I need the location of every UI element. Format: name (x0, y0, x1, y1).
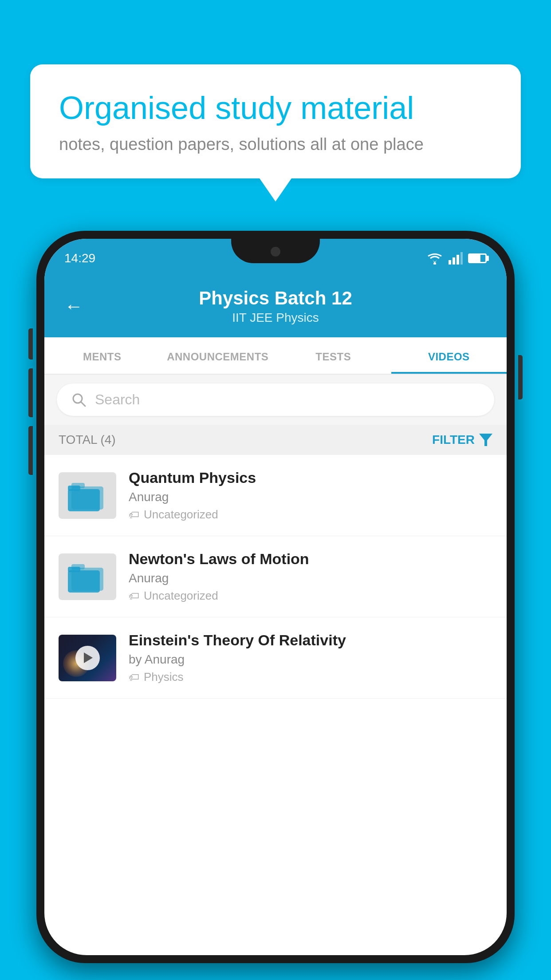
header-title-block: Physics Batch 12 IIT JEE Physics (96, 288, 455, 325)
status-bar: 14:29 (44, 239, 507, 278)
search-input-wrapper[interactable]: Search (57, 383, 494, 416)
folder-icon (68, 559, 107, 594)
battery-icon (468, 253, 487, 263)
video-thumbnail-3 (59, 635, 116, 681)
search-container: Search (44, 375, 507, 425)
camera (271, 247, 280, 257)
svg-rect-2 (453, 257, 455, 265)
svg-marker-7 (479, 434, 492, 446)
search-icon (71, 392, 87, 408)
phone-power-button (518, 355, 523, 399)
video-author: Anurag (129, 571, 492, 585)
video-title: Newton's Laws of Motion (129, 550, 492, 568)
svg-rect-10 (68, 489, 100, 511)
phone-screen: 14:29 (44, 239, 507, 955)
video-thumbnail-2 (59, 553, 116, 600)
video-tag: 🏷 Uncategorized (129, 508, 492, 522)
svg-point-0 (433, 262, 436, 265)
video-info-2: Newton's Laws of Motion Anurag 🏷 Uncateg… (129, 550, 492, 603)
tab-ments[interactable]: MENTS (44, 337, 160, 374)
tab-announcements[interactable]: ANNOUNCEMENTS (160, 337, 276, 374)
phone-outer: 14:29 (36, 231, 515, 963)
wifi-icon (426, 252, 443, 265)
total-count: TOTAL (4) (59, 433, 116, 447)
tab-videos[interactable]: VIDEOS (391, 337, 507, 374)
phone-side-button-1 (28, 328, 33, 360)
tag-icon: 🏷 (129, 671, 139, 684)
video-info-1: Quantum Physics Anurag 🏷 Uncategorized (129, 469, 492, 522)
video-thumbnail-1 (59, 472, 116, 519)
play-button[interactable] (75, 646, 100, 670)
svg-rect-1 (449, 260, 451, 265)
svg-rect-15 (68, 567, 80, 572)
svg-rect-3 (457, 255, 459, 265)
video-author: Anurag (129, 490, 492, 504)
video-title: Einstein's Theory Of Relativity (129, 632, 492, 649)
folder-icon (68, 478, 107, 513)
back-button[interactable]: ← (64, 296, 83, 317)
video-tag: 🏷 Physics (129, 670, 492, 684)
status-time: 14:29 (64, 251, 95, 265)
tabs-bar: MENTS ANNOUNCEMENTS TESTS VIDEOS (44, 337, 507, 375)
svg-rect-14 (68, 570, 100, 593)
svg-rect-11 (68, 486, 80, 491)
app-header: ← Physics Batch 12 IIT JEE Physics (44, 278, 507, 337)
video-tag: 🏷 Uncategorized (129, 589, 492, 603)
bubble-subtitle: notes, question papers, solutions all at… (59, 135, 492, 154)
tag-icon: 🏷 (129, 509, 139, 521)
video-author: by Anurag (129, 652, 492, 667)
status-icons (426, 252, 487, 265)
svg-line-6 (81, 402, 85, 406)
speech-bubble-container: Organised study material notes, question… (30, 64, 521, 178)
list-item[interactable]: Quantum Physics Anurag 🏷 Uncategorized (44, 455, 507, 536)
phone-wrapper: 14:29 (36, 231, 515, 963)
phone-side-button-2 (28, 368, 33, 417)
list-item[interactable]: Einstein's Theory Of Relativity by Anura… (44, 617, 507, 699)
filter-button[interactable]: FILTER (432, 433, 492, 447)
tag-icon: 🏷 (129, 590, 139, 602)
list-item[interactable]: Newton's Laws of Motion Anurag 🏷 Uncateg… (44, 536, 507, 617)
play-triangle-icon (84, 652, 93, 663)
bubble-title: Organised study material (59, 89, 492, 127)
header-subtitle: IIT JEE Physics (96, 311, 455, 325)
search-placeholder: Search (95, 391, 140, 408)
filter-icon (479, 434, 492, 446)
phone-side-button-3 (28, 426, 33, 475)
tab-tests[interactable]: TESTS (276, 337, 391, 374)
signal-icon (449, 252, 463, 265)
video-info-3: Einstein's Theory Of Relativity by Anura… (129, 632, 492, 684)
header-title: Physics Batch 12 (96, 288, 455, 309)
speech-bubble: Organised study material notes, question… (30, 64, 521, 178)
svg-rect-4 (460, 252, 463, 265)
notch (231, 239, 320, 263)
video-title: Quantum Physics (129, 469, 492, 486)
filter-row: TOTAL (4) FILTER (44, 425, 507, 455)
video-list: Quantum Physics Anurag 🏷 Uncategorized (44, 455, 507, 699)
